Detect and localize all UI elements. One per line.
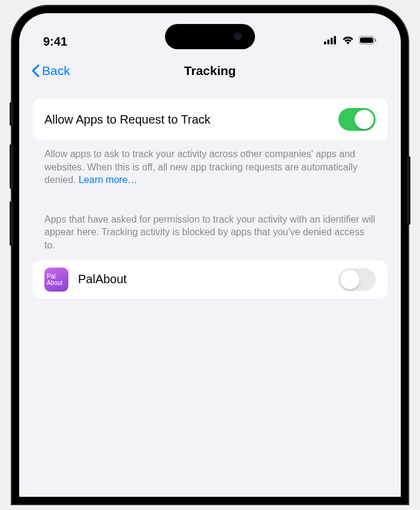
chevron-left-icon: [31, 64, 40, 77]
status-time: 9:41: [43, 35, 67, 49]
content-area: Allow Apps to Request to Track Allow app…: [19, 89, 401, 308]
svg-rect-6: [375, 39, 376, 42]
toggle-knob: [340, 270, 359, 289]
svg-rect-0: [324, 41, 326, 44]
svg-rect-3: [334, 36, 337, 44]
volume-down-button: [10, 201, 13, 246]
status-icons: [324, 36, 377, 47]
allow-tracking-label: Allow Apps to Request to Track: [44, 113, 211, 127]
phone-frame: 9:41 Back Tracking Allow: [12, 6, 408, 504]
app-tracking-toggle[interactable]: [338, 268, 376, 291]
allow-tracking-cell[interactable]: Allow Apps to Request to Track: [32, 98, 388, 140]
phone-screen: 9:41 Back Tracking Allow: [19, 13, 401, 497]
wifi-icon: [342, 36, 354, 47]
learn-more-link[interactable]: Learn more…: [79, 175, 137, 185]
volume-up-button: [10, 144, 13, 189]
app-name-label: PalAbout: [78, 272, 329, 286]
battery-icon: [359, 36, 377, 47]
svg-rect-5: [360, 38, 373, 43]
nav-bar: Back Tracking: [19, 55, 401, 89]
allow-tracking-toggle[interactable]: [338, 108, 376, 131]
app-tracking-cell[interactable]: Pal About PalAbout: [32, 260, 388, 299]
allow-tracking-footer: Allow apps to ask to track your activity…: [32, 140, 388, 187]
back-button[interactable]: Back: [31, 64, 70, 78]
app-icon: Pal About: [44, 268, 68, 292]
cellular-icon: [324, 36, 337, 47]
dynamic-island: [165, 24, 255, 49]
svg-rect-2: [331, 38, 333, 44]
power-button: [407, 156, 410, 225]
toggle-knob: [355, 110, 374, 129]
side-button: [10, 102, 13, 126]
page-title: Tracking: [184, 64, 236, 78]
apps-section-header: Apps that have asked for permission to t…: [32, 206, 388, 252]
svg-rect-1: [328, 40, 330, 44]
back-label: Back: [42, 64, 70, 78]
